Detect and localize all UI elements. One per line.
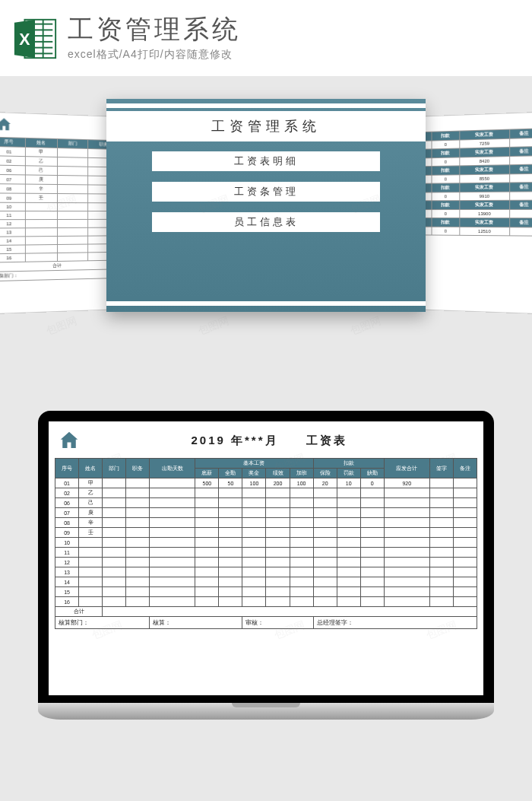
table-row: 11	[55, 548, 477, 558]
table-row: 补扣款实发工资备注	[413, 200, 532, 209]
table-row: 16	[55, 597, 477, 607]
menu-btn-employee[interactable]: 员工信息表	[152, 212, 380, 232]
bg-sheet-right-table: 补扣款实发工资备注07259补扣款实发工资备注08420补扣款实发工资备注085…	[413, 128, 532, 236]
bg-sheet-right: 补扣款实发工资备注07259补扣款实发工资备注08420补扣款实发工资备注085…	[413, 112, 532, 314]
home-icon[interactable]	[58, 429, 81, 452]
table-row: 09壬	[55, 528, 477, 538]
table-row: 15	[55, 587, 477, 597]
laptop-preview: 2019 年***月 工资表 序号 姓名 部门 职务 出勤天数 基本工资 扣款	[0, 411, 532, 720]
page-subtitle: excel格式/A4打印/内容随意修改	[68, 48, 521, 62]
table-row: 09910	[413, 192, 532, 201]
menu-card: 工资管理系统 工资表明细 工资条管理 员工信息表	[106, 99, 426, 312]
bg-sheet-left-table: 序号姓名部门职务 01甲02乙06己07庚08辛09壬1011121314151…	[0, 137, 119, 281]
table-row: 13	[55, 567, 477, 577]
table-row: 补扣款实发工资备注	[413, 183, 532, 193]
table-row: 013900	[413, 209, 532, 218]
laptop-base	[38, 703, 494, 720]
menu-btn-slip[interactable]: 工资条管理	[152, 182, 380, 202]
table-row: 01甲5005010020010020100920	[55, 478, 477, 488]
table-row: 08辛	[0, 184, 119, 194]
table-row: 08辛	[55, 518, 477, 528]
home-icon	[0, 116, 13, 133]
table-row: 补扣款实发工资备注	[413, 218, 532, 227]
table-row: 02乙	[55, 488, 477, 498]
salary-sheet-title: 2019 年***月 工资表	[91, 434, 447, 448]
menu-btn-detail[interactable]: 工资表明细	[152, 151, 380, 171]
laptop-screen: 2019 年***月 工资表 序号 姓名 部门 职务 出勤天数 基本工资 扣款	[38, 411, 494, 703]
table-row: 10	[0, 202, 119, 211]
table-row: 10	[55, 538, 477, 548]
excel-icon: X	[11, 15, 59, 62]
bg-sheet-left: 序号姓名部门职务 01甲02乙06己07庚08辛09壬1011121314151…	[0, 112, 119, 314]
table-row: 07庚	[55, 508, 477, 518]
table-row: 012510	[413, 227, 532, 236]
page-header: X 工资管理系统 excel格式/A4打印/内容随意修改	[0, 0, 532, 76]
page-title: 工资管理系统	[68, 15, 521, 43]
table-row: 14	[55, 577, 477, 587]
table-row: 06己	[55, 498, 477, 508]
svg-text:X: X	[19, 30, 30, 49]
salary-table: 序号 姓名 部门 职务 出勤天数 基本工资 扣款 应发合计 签字 备注	[55, 458, 477, 629]
preview-stage: 序号姓名部门职务 01甲02乙06己07庚08辛09壬1011121314151…	[0, 91, 532, 373]
table-row: 12	[55, 558, 477, 567]
table-row: 09壬	[0, 193, 119, 203]
menu-card-title: 工资管理系统	[106, 117, 426, 135]
table-row: 11	[0, 211, 119, 219]
